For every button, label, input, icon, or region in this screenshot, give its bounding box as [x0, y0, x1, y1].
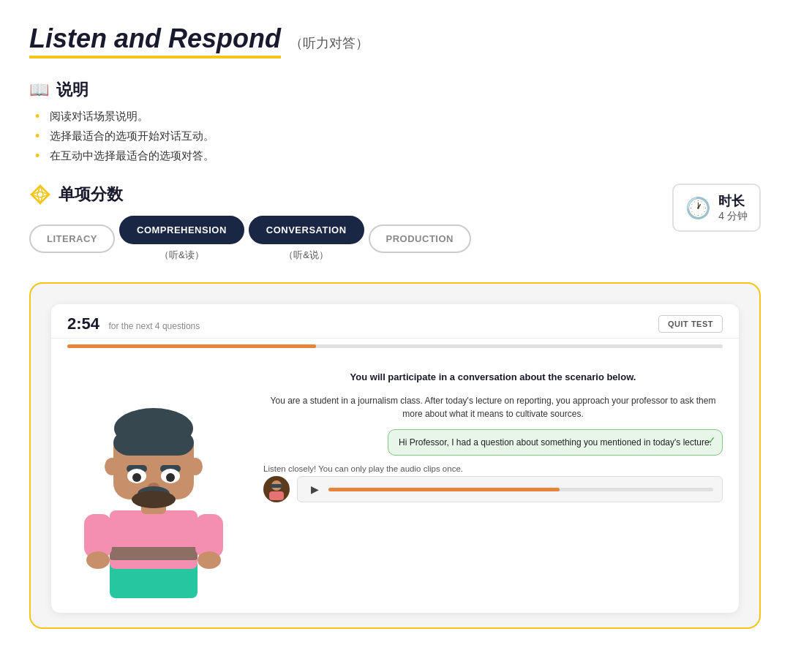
chat-area: ✓ Hi Professor, I had a question about s…: [263, 429, 723, 456]
instructions-section: 📖 说明 阅读对话场景说明。 选择最适合的选项开始对话互动。 在互动中选择最适合…: [29, 79, 761, 163]
audio-player[interactable]: ▶: [297, 476, 723, 502]
instructions-title: 说明: [56, 79, 89, 101]
character-illustration: [69, 364, 238, 598]
score-left: 单项分数 LITERACY COMPREHENSION （听&读） CONVER…: [29, 184, 471, 262]
tab-conversation-sub: （听&说）: [284, 249, 328, 262]
avatar-icon: [266, 478, 287, 500]
audio-progress-fill: [328, 488, 560, 491]
score-header: 单项分数: [29, 184, 471, 205]
preview-container: 2:54 for the next 4 questions QUIT TEST: [29, 282, 761, 629]
audio-avatar: [263, 476, 290, 502]
svg-point-13: [132, 473, 141, 482]
tab-conversation-wrapper: CONVERSATION （听&说）: [249, 216, 364, 262]
chat-bubble: ✓ Hi Professor, I had a question about s…: [388, 429, 723, 456]
tab-comprehension-sub: （听&读）: [159, 249, 204, 262]
svg-point-7: [105, 458, 119, 475]
instructions-header: 📖 说明: [29, 79, 761, 101]
svg-rect-24: [269, 491, 284, 500]
instructions-list: 阅读对话场景说明。 选择最适合的选项开始对话互动。 在互动中选择最适合的选项对答…: [29, 110, 761, 163]
progress-bar-fill: [67, 344, 316, 348]
audio-row: ▶: [263, 476, 723, 502]
svg-point-17: [132, 491, 176, 508]
svg-point-6: [114, 408, 193, 449]
scenario-desc: You are a student in a journalism class.…: [263, 394, 723, 420]
screen-content: You will participate in a conversation a…: [51, 357, 739, 613]
timer-area: 2:54 for the next 4 questions: [67, 314, 200, 333]
progress-bar-background: [67, 344, 723, 348]
clock-icon: 🕐: [685, 196, 711, 220]
diamond-icon: [29, 184, 51, 205]
svg-rect-23: [271, 484, 282, 488]
chat-text: Hi Professor, I had a question about som…: [399, 437, 712, 448]
svg-point-8: [188, 458, 203, 475]
timer-display: 2:54: [67, 314, 99, 333]
instruction-item-1: 阅读对话场景说明。: [35, 110, 761, 124]
svg-point-20: [86, 551, 110, 569]
tab-comprehension[interactable]: COMPREHENSION: [119, 216, 244, 244]
tab-literacy[interactable]: LITERACY: [29, 224, 115, 253]
tabs-container: LITERACY COMPREHENSION （听&读） CONVERSATIO…: [29, 216, 471, 262]
svg-point-21: [198, 551, 221, 569]
svg-rect-2: [110, 547, 198, 560]
check-icon: ✓: [707, 434, 716, 446]
right-panel: You will participate in a conversation a…: [256, 364, 739, 598]
screen-topbar: 2:54 for the next 4 questions QUIT TEST: [51, 304, 739, 339]
book-icon: 📖: [29, 80, 49, 99]
audio-section: Listen closely! You can only play the au…: [263, 464, 723, 502]
audio-hint: Listen closely! You can only play the au…: [263, 464, 723, 473]
score-title: 单项分数: [59, 184, 123, 205]
tab-comprehension-wrapper: COMPREHENSION （听&读）: [119, 216, 244, 262]
instruction-item-2: 选择最适合的选项开始对话互动。: [35, 129, 761, 143]
svg-point-14: [166, 473, 175, 482]
progress-bar-area: [51, 339, 739, 357]
duration-text: 时长 4 分钟: [718, 192, 748, 223]
tab-conversation[interactable]: CONVERSATION: [249, 216, 364, 244]
quit-test-button[interactable]: QUIT TEST: [658, 315, 723, 333]
instruction-item-3: 在互动中选择最适合的选项对答。: [35, 149, 761, 163]
duration-box: 🕐 时长 4 分钟: [672, 184, 761, 232]
duration-label: 时长: [718, 192, 745, 210]
play-button[interactable]: ▶: [306, 481, 323, 497]
page-title-sub: （听力对答）: [290, 34, 369, 52]
duration-value: 4 分钟: [718, 210, 748, 223]
timer-sub: for the next 4 questions: [109, 321, 200, 331]
page-title-section: Listen and Respond （听力对答）: [29, 23, 761, 58]
character-area: [51, 364, 256, 598]
score-row: 单项分数 LITERACY COMPREHENSION （听&读） CONVER…: [29, 184, 761, 262]
audio-progress-bar: [328, 488, 713, 491]
scenario-title: You will participate in a conversation a…: [263, 371, 723, 382]
tab-production[interactable]: PRODUCTION: [369, 224, 471, 253]
mock-screen: 2:54 for the next 4 questions QUIT TEST: [51, 304, 739, 613]
page-title: Listen and Respond: [29, 23, 281, 58]
